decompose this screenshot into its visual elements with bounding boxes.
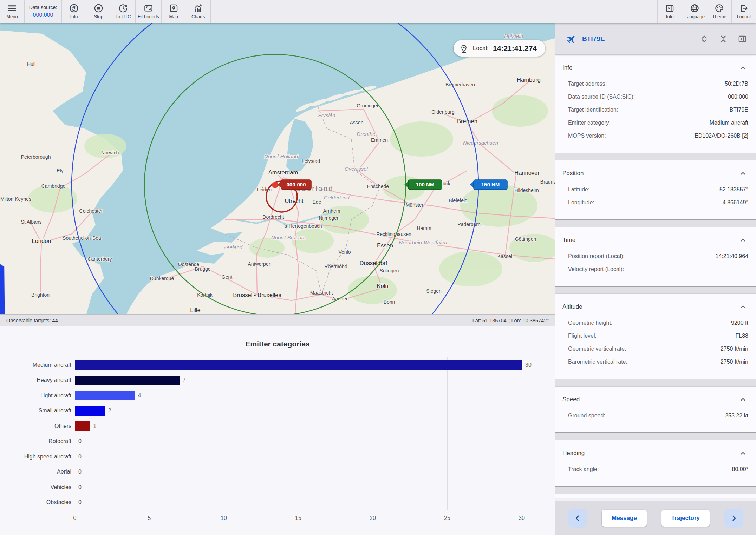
- map-label: Hull: [27, 61, 35, 67]
- chart-category-label: Small aircraft: [0, 403, 75, 419]
- section-divider: [555, 379, 756, 387]
- detail-label: Data source ID (SAC:SIC):: [568, 94, 635, 100]
- fit-bounds-button[interactable]: Fit bounds: [136, 0, 162, 23]
- chart-bar-cell: 0: [75, 495, 522, 510]
- data-source-map-badge[interactable]: 000:000: [277, 180, 311, 190]
- detail-label: Target address:: [568, 81, 607, 87]
- sidebar-section: Altitude Geometric height: 9200 ft Fligh…: [555, 294, 756, 379]
- section-header[interactable]: Position: [555, 160, 756, 183]
- section-header[interactable]: Altitude: [555, 294, 756, 316]
- local-time-value: 14:21:41.274: [493, 44, 537, 53]
- range-badge-100nm-label: 100 NM: [416, 181, 435, 187]
- theme-button[interactable]: Theme: [707, 0, 731, 23]
- language-label: Language: [684, 14, 705, 19]
- chart-category-label: Vehicles: [0, 480, 75, 495]
- dock-panel-icon[interactable]: [738, 34, 747, 44]
- language-button[interactable]: Language: [682, 0, 707, 23]
- info-button[interactable]: @ Info: [62, 0, 86, 23]
- section-header[interactable]: Heading: [555, 440, 756, 463]
- chevron-up-icon[interactable]: [739, 170, 747, 177]
- section-title: Altitude: [562, 303, 582, 310]
- chart-tick-label: 20: [370, 515, 376, 521]
- stop-button[interactable]: Stop: [86, 0, 111, 23]
- charts-label: Charts: [191, 14, 205, 19]
- chart-bar-row: Others 1: [0, 418, 555, 434]
- detail-row: Ground speed: 253.22 kt: [555, 409, 756, 422]
- detail-value: 50:2D:7B: [725, 81, 748, 87]
- observable-targets-count: Observable targets: 44: [6, 318, 58, 323]
- map-status-bar: Observable targets: 44 Lat: 51.135704°; …: [0, 314, 555, 326]
- map-label: Dordrecht: [262, 214, 284, 220]
- map-pin-icon: [169, 4, 178, 13]
- expand-all-icon[interactable]: [700, 34, 709, 44]
- map-label: Siegen: [426, 288, 442, 294]
- detail-row: MOPS version: ED102A/DO-260B [2]: [555, 129, 756, 142]
- emitter-categories-chart: Emitter categories Medium aircraft 30 He…: [0, 326, 555, 535]
- chart-value-label: 0: [78, 454, 82, 460]
- top-toolbar: Menu Data source: 000:000 @ Info Stop To…: [0, 0, 756, 23]
- sidebar-section: Speed Ground speed: 253.22 kt: [555, 387, 756, 432]
- chevron-up-icon[interactable]: [739, 64, 747, 72]
- detail-label: Velocity report (Local):: [568, 266, 624, 272]
- chevron-up-icon[interactable]: [739, 236, 747, 244]
- map-label: Maastricht: [310, 290, 333, 296]
- detail-row: Barometric vertical rate: 2750 ft/min: [555, 355, 756, 368]
- receiver-dot: [272, 182, 278, 188]
- menu-button[interactable]: Menu: [0, 0, 25, 23]
- chevron-up-icon[interactable]: [739, 449, 747, 457]
- panel-right-icon: [665, 4, 674, 13]
- map-label: Kassel: [497, 253, 512, 259]
- section-title: Info: [562, 64, 572, 71]
- map-canvas[interactable]: HullNorwichPeterboroughElyCambridgeMilto…: [0, 23, 555, 314]
- svg-text:@: @: [72, 5, 77, 11]
- chevron-up-icon[interactable]: [739, 396, 747, 403]
- previous-target-button[interactable]: [568, 509, 587, 528]
- next-target-button[interactable]: [724, 509, 743, 528]
- detail-label: Latitude:: [568, 186, 589, 193]
- map-label: Solingen: [380, 268, 399, 273]
- toolbar-right-group: Info Language Theme Logout: [657, 0, 756, 23]
- location-pin-icon: [459, 44, 469, 53]
- panel-info-button[interactable]: Info: [657, 0, 682, 23]
- section-header[interactable]: Info: [555, 55, 756, 77]
- map-label: Norwich: [101, 150, 119, 156]
- map-button[interactable]: Map: [162, 0, 186, 23]
- chart-bar-row: Vehicles 0: [0, 480, 555, 495]
- target-detail-sections: Info Target address: 50:2D:7B Data sourc…: [555, 55, 756, 498]
- section-rows: Ground speed: 253.22 kt: [555, 409, 756, 422]
- trajectory-button[interactable]: Trajectory: [662, 510, 710, 527]
- chevron-up-icon[interactable]: [739, 303, 747, 311]
- target-callsign: BTI79E: [582, 35, 605, 43]
- map-label: Lelystad: [302, 158, 320, 164]
- detail-label: MOPS version:: [568, 133, 606, 139]
- section-divider: [555, 219, 756, 227]
- chart-value-label: 2: [108, 408, 111, 414]
- section-title: Heading: [562, 450, 585, 457]
- section-title: Time: [562, 237, 575, 244]
- collapse-all-icon[interactable]: [719, 34, 728, 44]
- target-details-panel: BTI79E Info Target address: 50:2D:7B Dat…: [555, 23, 756, 535]
- theme-label: Theme: [712, 14, 726, 19]
- globe-icon: [690, 4, 699, 13]
- section-header[interactable]: Speed: [555, 387, 756, 409]
- data-source-button[interactable]: Data source: 000:000: [25, 0, 62, 23]
- to-utc-button[interactable]: To UTC: [111, 0, 136, 23]
- chart-bar-row: Medium aircraft 30: [0, 357, 555, 373]
- chart-bar-cell: 2: [75, 403, 522, 419]
- map-label: Oldenburg: [431, 109, 454, 115]
- map-label: St Albans: [21, 219, 41, 225]
- charts-button[interactable]: Charts: [186, 0, 211, 23]
- detail-value: 9200 ft: [731, 320, 748, 326]
- message-button[interactable]: Message: [602, 510, 647, 527]
- stop-label: Stop: [94, 14, 103, 19]
- detail-row: Data source ID (SAC:SIC): 000:000: [555, 90, 756, 103]
- section-rows: Track angle: 80.00°: [555, 463, 756, 476]
- chart-bar-cell: 0: [75, 434, 522, 449]
- section-header[interactable]: Time: [555, 227, 756, 250]
- panel-footer: Message Trajectory: [555, 498, 756, 535]
- logout-button[interactable]: Logout: [731, 0, 756, 23]
- map-label: Göttingen: [515, 236, 536, 242]
- map-label: Canterbury: [87, 256, 112, 262]
- detail-label: Track angle:: [568, 466, 599, 473]
- map-label: Utrecht: [285, 198, 304, 204]
